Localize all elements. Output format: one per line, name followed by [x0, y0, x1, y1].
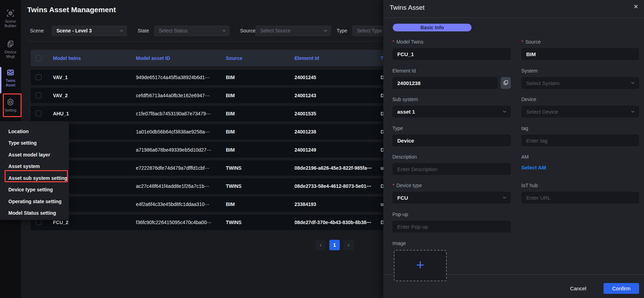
required-asterisk: * [392, 39, 394, 45]
type-filter-placeholder: Select Type [357, 28, 382, 33]
required-asterisk: * [521, 39, 523, 45]
sidebar-item-scene-builder[interactable]: Scene Builder [0, 9, 21, 28]
copy-button[interactable] [501, 77, 511, 89]
menu-item-operating-state-setting[interactable]: Operating state setting [0, 196, 69, 207]
sidebar-item-twins-asset[interactable]: Twins Asset [0, 68, 21, 87]
tab-basic-info[interactable]: Basic Info [393, 24, 472, 31]
cancel-button[interactable]: Cancel [563, 283, 593, 294]
chevron-down-icon [222, 29, 226, 33]
cell-element-id: 24001249 [294, 142, 316, 158]
pagination-prev-button[interactable]: ‹ [315, 240, 326, 250]
sidebar-item-label: Device Mngt [1, 50, 20, 59]
twins-asset-panel: Twins Asset ✕ Basic Info *Model Twins FC… [383, 0, 644, 298]
sidebar-item-device-mngt[interactable]: Device Mngt [0, 40, 21, 59]
cell-model-asset-id: cefdf56713a44a0fb3e162e6947⋯ [136, 88, 210, 103]
row-checkbox[interactable] [36, 110, 41, 116]
gear-icon [6, 98, 15, 106]
source-filter-select[interactable]: Select Source [255, 25, 331, 36]
sub-system-select[interactable]: asset 1 [392, 106, 511, 117]
scene-filter-select[interactable]: Scene - Level 3 [52, 25, 127, 36]
cell-element-id: 24001535 [294, 106, 316, 121]
sub-system-label: Sub system [392, 97, 418, 102]
menu-item-asset-model-layer[interactable]: Asset model layer [0, 149, 69, 161]
confirm-button[interactable]: Confirm [604, 283, 639, 294]
menu-item-type-setting[interactable]: Type setting [0, 137, 69, 149]
cell-model-twins: VAV_2 [53, 88, 68, 103]
row-checkbox[interactable] [36, 219, 41, 225]
popup-input[interactable]: Enter Pop-up [392, 221, 511, 232]
divider [383, 17, 644, 18]
pagination-page-1[interactable]: 1 [329, 240, 340, 250]
select-am-link[interactable]: Select AM [521, 165, 546, 170]
header-source[interactable]: Source [226, 50, 242, 66]
close-icon[interactable]: ✕ [634, 3, 638, 10]
header-model-twins[interactable]: Model twins [53, 50, 81, 66]
menu-item-model-status-setting[interactable]: Model Status setting [0, 207, 69, 219]
source-input[interactable]: BIM [521, 48, 639, 60]
type-filter-label: Type [337, 25, 347, 36]
copy-icon [503, 80, 508, 86]
cell-model-twins: AHU_1 [53, 106, 69, 121]
system-select[interactable]: Select System [521, 77, 639, 89]
element-id-label: Element Id [392, 68, 416, 74]
menu-item-asset-sub-system-setting[interactable]: Asset sub system setting [0, 172, 69, 184]
image-upload-box[interactable]: + [394, 250, 447, 281]
chevron-down-icon [631, 81, 635, 85]
chevron-down-icon [323, 29, 328, 33]
menu-item-location[interactable]: Location [0, 125, 69, 137]
device-label: Device [521, 97, 536, 102]
cell-source: TWINS [226, 215, 242, 230]
cell-model-asset-id: e7222876dfe74d479a7dfffd1cbf⋯ [136, 160, 209, 176]
description-label: Description [392, 154, 417, 160]
cell-element-id: 08de2196-a626-45e3-822f-985fa⋯ [294, 160, 372, 176]
element-id-input[interactable]: 24001238 [392, 77, 498, 89]
type-input[interactable]: Device [392, 135, 511, 146]
scene-filter-value: Scene - Level 3 [56, 28, 92, 33]
model-twins-label: *Model Twins [392, 39, 423, 45]
chevron-down-icon [120, 29, 124, 33]
cell-source: TWINS [226, 160, 242, 176]
cell-source: BIM [226, 70, 235, 85]
popup-label: Pop-up [392, 212, 408, 217]
am-label: AM [521, 154, 529, 160]
device-type-select[interactable]: FCU [392, 192, 511, 204]
cell-source: BIM [226, 124, 235, 139]
iot-hub-input[interactable]: Enter URL [521, 192, 639, 204]
menu-item-device-type-setting[interactable]: Device type setting [0, 184, 69, 196]
cell-model-asset-id: 949de6517c4a45f5a38924b6d1⋯ [136, 70, 210, 85]
row-checkbox[interactable] [36, 74, 41, 80]
state-filter-select[interactable]: Select Status [154, 25, 230, 36]
cell-model-asset-id: a71986a678be49339eb5d10d27⋯ [136, 142, 211, 158]
chevron-down-icon [503, 196, 507, 200]
cell-element-id: 08de27df-370e-4b43-830b-8b38⋯ [294, 215, 371, 230]
model-twins-input[interactable]: FCU_1 [392, 48, 511, 60]
panel-title: Twins Asset [390, 4, 424, 12]
cell-model-asset-id: 1a01e0db56b64cf3838ae9258a⋯ [136, 124, 210, 139]
cell-source: TWINS [226, 178, 242, 194]
menu-item-asset-system[interactable]: Asset system [0, 161, 69, 173]
cell-source: BIM [226, 88, 235, 103]
cell-source: BIM [226, 106, 235, 121]
cell-element-id: 24001243 [294, 88, 316, 103]
row-checkbox[interactable] [36, 92, 41, 98]
active-indicator-bar [0, 67, 1, 93]
state-filter-placeholder: Select Status [159, 28, 188, 33]
sidebar-item-label: Setting [1, 108, 20, 113]
tag-label: tag [521, 125, 528, 131]
header-element-id[interactable]: Element Id [294, 50, 319, 66]
source-filter-placeholder: Select Source [260, 28, 291, 33]
device-select[interactable]: Select Device [521, 106, 639, 117]
header-model-asset-id[interactable]: Model asset ID [136, 50, 170, 66]
page-title: Twins Asset Management [27, 6, 116, 14]
state-filter-label: State [138, 25, 149, 36]
type-label: Type [392, 125, 403, 131]
cell-element-id: 24001238 [294, 124, 316, 139]
source-label: *Source [521, 39, 541, 45]
tag-input[interactable]: Enter tag [521, 135, 639, 146]
select-all-checkbox[interactable] [36, 55, 41, 61]
description-input[interactable]: Enter Description [392, 163, 511, 175]
plus-icon: + [416, 258, 424, 272]
pagination-next-button[interactable]: › [343, 240, 354, 250]
cell-model-asset-id: c1fe07f8acb7453190a87e73479⋯ [136, 106, 211, 121]
sidebar-item-setting[interactable]: Setting [0, 98, 21, 113]
